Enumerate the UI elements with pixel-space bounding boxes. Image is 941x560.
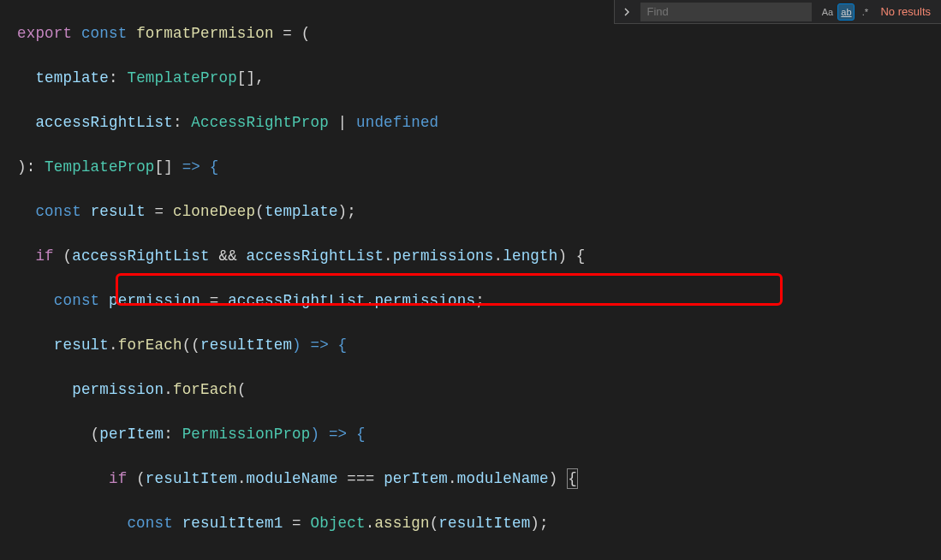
code-line: if (accessRightList && accessRightList.p… [17,245,924,267]
code-line: if (resultItem.moduleName === perItem.mo… [17,468,924,490]
code-line: ): TemplateProp[] => { [17,156,924,178]
code-line: resultItem1.firstInput = !!perItem.first… [17,557,924,560]
matched-bracket: { [567,468,578,489]
match-word-toggle[interactable]: ab [837,3,855,21]
code-line: export const formatPermision = ( [17,22,924,45]
find-widget: Aa ab .* No results [614,0,941,24]
code-line: accessRightList: AccessRightProp | undef… [17,111,924,134]
match-case-toggle[interactable]: Aa [819,3,836,21]
find-input-wrap [640,3,812,21]
code-line: result.forEach((resultItem) => { [17,334,924,356]
code-line: permission.forEach( [17,378,924,401]
code-line: template: TemplateProp[], [17,67,924,89]
code-line: const resultItem1 = Object.assign(result… [17,512,924,534]
code-line: const permission = accessRightList.permi… [17,289,924,312]
code-line: (perItem: PermissionProp) => { [17,423,924,445]
code-editor[interactable]: export const formatPermision = ( templat… [0,0,941,560]
regex-toggle[interactable]: .* [856,3,873,21]
find-results-count: No results [880,1,931,23]
expand-arrow-icon[interactable] [620,5,634,19]
find-input[interactable] [641,5,811,18]
code-line: const result = cloneDeep(template); [17,200,924,223]
find-options: Aa ab .* [819,3,873,21]
